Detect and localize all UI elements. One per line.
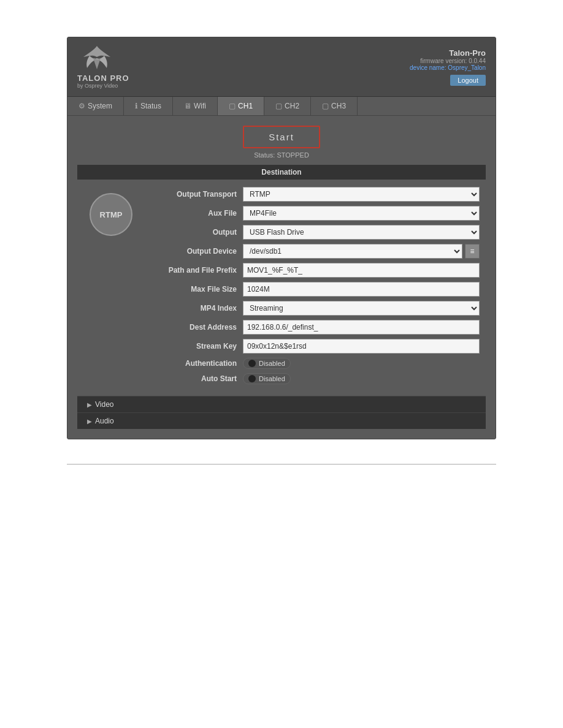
- output-transport-row: Output Transport RTMP SRT UDP: [145, 187, 480, 202]
- brand-sub: by Osprey Video: [77, 83, 118, 89]
- firmware-info: firmware version: 0.0.44: [410, 58, 486, 64]
- tab-status-label: Status: [140, 102, 161, 110]
- output-device-icon-btn[interactable]: ≡: [465, 244, 480, 259]
- auto-start-toggle-label: Disabled: [259, 375, 285, 382]
- logout-button[interactable]: Logout: [450, 75, 486, 86]
- audio-section[interactable]: Audio: [77, 412, 486, 429]
- tab-status[interactable]: ℹ Status: [124, 97, 173, 115]
- tab-system[interactable]: ⚙ System: [67, 97, 124, 115]
- output-select[interactable]: USB Flash Drive SD Card Network: [243, 225, 480, 240]
- logo-area: TALON PRO by Osprey Video: [77, 45, 129, 89]
- ch2-icon: ▢: [275, 102, 282, 110]
- output-row: Output USB Flash Drive SD Card Network: [145, 225, 480, 240]
- logo-image: [77, 45, 117, 72]
- output-device-row: Output Device /dev/sdb1 /dev/sda1 ≡: [145, 244, 480, 259]
- app-header: TALON PRO by Osprey Video Talon-Pro firm…: [67, 37, 496, 97]
- output-device-label: Output Device: [145, 247, 243, 256]
- destination-form: RTMP Output Transport RTMP SRT UDP: [77, 180, 486, 396]
- status-text: Status: STOPPED: [254, 151, 309, 159]
- tab-wifi[interactable]: 🖥 Wifi: [173, 97, 218, 115]
- output-device-control: /dev/sdb1 /dev/sda1 ≡: [243, 244, 480, 259]
- ch3-icon: ▢: [322, 102, 329, 110]
- brand-name: TALON PRO: [77, 74, 129, 83]
- output-label: Output: [145, 228, 243, 237]
- path-file-prefix-row: Path and File Prefix: [145, 263, 480, 278]
- status-icon: ℹ: [135, 102, 138, 110]
- stream-key-row: Stream Key: [145, 339, 480, 354]
- toggle-circle-auth: [248, 360, 256, 367]
- stream-key-input[interactable]: [243, 339, 480, 354]
- rtmp-circle: RTMP: [90, 193, 132, 236]
- authentication-row: Authentication Disabled: [145, 358, 480, 369]
- authentication-toggle-label: Disabled: [259, 360, 285, 367]
- tab-ch1-label: CH1: [238, 102, 253, 110]
- path-file-prefix-input[interactable]: [243, 263, 480, 278]
- auto-start-toggle[interactable]: Disabled: [243, 373, 291, 384]
- output-transport-label: Output Transport: [145, 190, 243, 199]
- authentication-toggle-group: Disabled: [243, 358, 291, 369]
- max-file-size-label: Max File Size: [145, 285, 243, 294]
- mp4-index-select[interactable]: Streaming End of File: [243, 301, 480, 316]
- tab-ch2-label: CH2: [285, 102, 299, 110]
- start-button[interactable]: Start: [243, 126, 320, 148]
- path-file-prefix-label: Path and File Prefix: [145, 266, 243, 275]
- mp4-index-row: MP4 Index Streaming End of File: [145, 301, 480, 316]
- main-content: Start Status: STOPPED Destination RTMP O…: [67, 116, 496, 439]
- mp4-index-label: MP4 Index: [145, 304, 243, 313]
- aux-file-select[interactable]: MP4File None: [243, 206, 480, 221]
- tab-ch1[interactable]: ▢ CH1: [218, 97, 264, 115]
- wifi-icon: 🖥: [184, 102, 191, 110]
- toggle-circle-autostart: [248, 375, 256, 382]
- system-icon: ⚙: [79, 102, 85, 110]
- device-info: device name: Osprey_Talon: [410, 64, 486, 71]
- auto-start-row: Auto Start Disabled: [145, 373, 480, 384]
- rtmp-indicator-area: RTMP: [77, 187, 132, 389]
- ch1-icon: ▢: [229, 102, 236, 110]
- output-device-select[interactable]: /dev/sdb1 /dev/sda1: [243, 244, 462, 259]
- destination-header: Destination: [77, 165, 486, 180]
- video-section-label: Video: [95, 400, 113, 409]
- video-section[interactable]: Video: [77, 396, 486, 412]
- dest-address-input[interactable]: [243, 320, 480, 335]
- tab-system-label: System: [88, 102, 112, 110]
- stream-key-label: Stream Key: [145, 342, 243, 351]
- start-area: Start Status: STOPPED: [77, 126, 486, 159]
- max-file-size-input[interactable]: [243, 282, 480, 297]
- app-title: Talon-Pro: [410, 48, 486, 58]
- audio-section-label: Audio: [95, 417, 114, 425]
- max-file-size-row: Max File Size: [145, 282, 480, 297]
- nav-tabs: ⚙ System ℹ Status 🖥 Wifi ▢ CH1 ▢ CH2 ▢ C…: [67, 97, 496, 116]
- form-fields: Output Transport RTMP SRT UDP Aux File M…: [145, 187, 486, 389]
- tab-ch3-label: CH3: [331, 102, 346, 110]
- tab-ch3[interactable]: ▢ CH3: [311, 97, 358, 115]
- aux-file-label: Aux File: [145, 209, 243, 218]
- dest-address-row: Dest Address: [145, 320, 480, 335]
- bottom-divider: [67, 464, 496, 464]
- authentication-label: Authentication: [145, 359, 243, 368]
- auto-start-label: Auto Start: [145, 374, 243, 383]
- tab-wifi-label: Wifi: [194, 102, 206, 110]
- output-transport-select[interactable]: RTMP SRT UDP: [243, 187, 480, 202]
- header-info: Talon-Pro firmware version: 0.0.44 devic…: [410, 48, 486, 86]
- auto-start-toggle-group: Disabled: [243, 373, 291, 384]
- aux-file-row: Aux File MP4File None: [145, 206, 480, 221]
- tab-ch2[interactable]: ▢ CH2: [264, 97, 311, 115]
- dest-address-label: Dest Address: [145, 323, 243, 332]
- authentication-toggle[interactable]: Disabled: [243, 358, 291, 369]
